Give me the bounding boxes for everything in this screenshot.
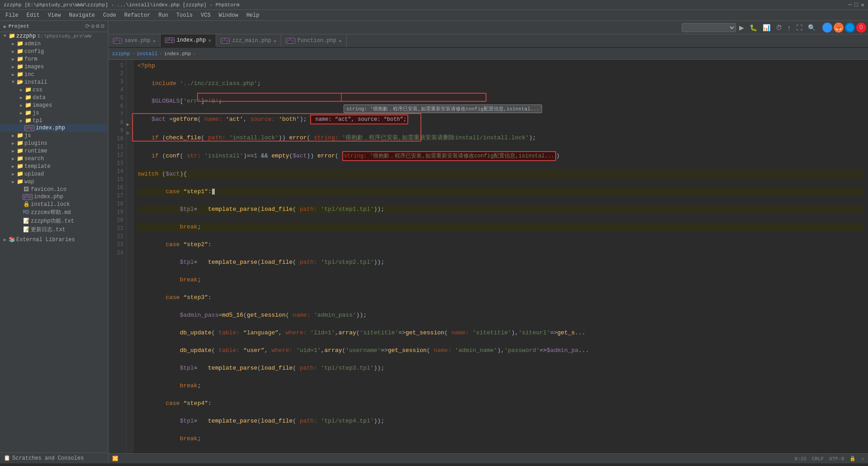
status-indent: 🔒: [849, 456, 856, 461]
tab-function-php-close[interactable]: ✕: [339, 38, 342, 44]
maximize-button[interactable]: □: [854, 1, 858, 9]
tree-root[interactable]: ▼ 📁 zzzphp E:\phpstudy_pro\WW: [0, 32, 108, 40]
tree-item-css[interactable]: ▶ 📁 css: [0, 86, 108, 94]
menu-window[interactable]: Window: [215, 11, 242, 19]
breadcrumb-install[interactable]: install: [137, 51, 157, 57]
tree-item-upload[interactable]: ▶ 📁 upload: [0, 170, 108, 178]
tab-function-php[interactable]: php function.php ✕: [281, 34, 346, 47]
tree-item-images[interactable]: ▶ 📁 images: [0, 63, 108, 71]
sidebar-header-icons: ⟳ ⚙ ⊞ ⊟: [85, 23, 104, 30]
admin-arrow: ▶: [10, 41, 16, 47]
images-label: images: [24, 64, 44, 70]
tab-zzz-main-php[interactable]: php zzz_main.php ✕: [216, 34, 281, 47]
tree-item-zzzphp-func[interactable]: ▶ 📝 zzzphp功能.txt: [0, 217, 108, 225]
zzzcms-icon: MD: [23, 209, 30, 216]
breadcrumb: zzzphp › install › index.php ›: [108, 48, 868, 60]
data-arrow: ▶: [18, 95, 24, 100]
favicon-icon: 🖼: [23, 186, 30, 193]
tree-item-update-log[interactable]: ▶ 📝 更新日志.txt: [0, 225, 108, 234]
update-log-label: 更新日志.txt: [31, 226, 66, 233]
run-button[interactable]: ▶: [737, 23, 746, 33]
expand-icon[interactable]: ⊞: [96, 23, 99, 30]
sync-icon[interactable]: ⟳: [85, 23, 90, 30]
tree-item-favicon[interactable]: ▶ 🖼 favicon.ico: [0, 185, 108, 193]
index-php-icon: php: [24, 125, 34, 131]
tree-item-template[interactable]: ▶ 📁 template: [0, 162, 108, 170]
fullscreen-button[interactable]: ⛶: [794, 23, 805, 33]
tab-index-php-close[interactable]: ✕: [208, 38, 211, 43]
firefox-icon[interactable]: 🦊: [834, 23, 844, 33]
menu-vcs[interactable]: VCS: [197, 11, 214, 19]
tab-save-php-close[interactable]: ✕: [153, 38, 156, 44]
tab-zzz-main-php-close[interactable]: ✕: [274, 38, 277, 44]
tree-item-tpl[interactable]: ▶ 📁 tpl: [0, 117, 108, 124]
tree-item-plugins[interactable]: ▶ 📁 plugins: [0, 139, 108, 147]
tree-item-images2[interactable]: ▶ 📁 images: [0, 101, 108, 109]
status-crlf[interactable]: CRLF: [812, 456, 824, 461]
profile-button[interactable]: ⏱: [774, 23, 784, 33]
menu-help[interactable]: Help: [243, 11, 263, 19]
breadcrumb-index-php[interactable]: index.php: [164, 51, 191, 57]
settings-icon[interactable]: ⚙: [91, 23, 95, 30]
menu-code[interactable]: Code: [99, 11, 120, 19]
css-folder-icon: 📁: [24, 86, 32, 93]
tree-item-data[interactable]: ▶ 📁 data: [0, 94, 108, 101]
code-content[interactable]: <?php include '../inc/zzz_class.php'; $G…: [134, 60, 868, 453]
tree-item-install-lock[interactable]: ▶ 🔒 install.lock: [0, 200, 108, 208]
menu-navigate[interactable]: Navigate: [65, 11, 99, 19]
tree-item-runtime[interactable]: ▶ 📁 runtime: [0, 147, 108, 155]
menu-tools[interactable]: Tools: [173, 11, 196, 19]
tree-item-index-root[interactable]: ▶ php index.php: [0, 193, 108, 200]
images2-label: images: [33, 102, 52, 109]
main-layout: ▶ Project ⟳ ⚙ ⊞ ⊟ ▼ 📁 zzzphp E:\phpstudy…: [0, 21, 868, 463]
tree-item-inc[interactable]: ▶ 📁 inc: [0, 71, 108, 78]
tree-item-js-sub[interactable]: ▶ 📁 js: [0, 109, 108, 117]
search-arrow: ▶: [10, 156, 16, 162]
tab-save-php[interactable]: php save.php ✕: [108, 34, 160, 47]
tree-item-form[interactable]: ▶ 📁 form: [0, 55, 108, 63]
tree-item-js[interactable]: ▶ 📁 js: [0, 132, 108, 139]
tree-item-wap[interactable]: ▶ 📁 wap: [0, 178, 108, 185]
menu-refactor[interactable]: Refactor: [121, 11, 154, 19]
images2-folder-icon: 📁: [24, 102, 32, 109]
sidebar-scratches[interactable]: 📋 Scratches and Consoles: [0, 452, 108, 463]
tree-item-config[interactable]: ▶ 📁 config: [0, 48, 108, 55]
inc-label: inc: [24, 71, 34, 78]
close-button[interactable]: ✕: [861, 1, 864, 9]
menu-run[interactable]: Run: [155, 11, 172, 19]
menu-file[interactable]: File: [2, 11, 22, 19]
form-label: form: [24, 56, 38, 62]
breadcrumb-zzzphp[interactable]: zzzphp: [112, 51, 130, 57]
search-everywhere-button[interactable]: 🔍: [806, 23, 818, 33]
coverage-button[interactable]: 📊: [760, 23, 773, 33]
inc-arrow: ▶: [10, 72, 16, 77]
tree-item-external-libs[interactable]: ▶ 📚 External Libraries: [0, 236, 108, 243]
admin-folder-icon: 📁: [16, 40, 24, 47]
titlebar-controls[interactable]: ─ □ ✕: [849, 1, 864, 9]
tree-item-search[interactable]: ▶ 📁 search: [0, 155, 108, 162]
tree-item-zzzcms[interactable]: ▶ MD zzzcms帮助.md: [0, 208, 108, 217]
chrome-icon[interactable]: 🌐: [822, 23, 832, 33]
inc-folder-icon: 📁: [16, 71, 24, 78]
tab-function-php-badge: php: [286, 38, 295, 43]
run-config-select[interactable]: [682, 23, 736, 32]
minimize-button[interactable]: ─: [849, 1, 852, 9]
template-folder-icon: 📁: [16, 163, 24, 170]
debug-button[interactable]: 🐛: [747, 23, 760, 33]
sidebar-tree: ▼ 📁 zzzphp E:\phpstudy_pro\WW ▶ 📁 admin …: [0, 32, 108, 452]
opera-icon[interactable]: O: [856, 23, 866, 33]
tree-item-admin[interactable]: ▶ 📁 admin: [0, 40, 108, 48]
js-arrow: ▶: [10, 133, 16, 138]
update-button[interactable]: ↑: [785, 23, 793, 33]
tab-zzz-main-php-badge: php: [221, 38, 230, 43]
menu-view[interactable]: View: [44, 11, 65, 19]
tree-item-index-php[interactable]: ▶ php index.php: [0, 124, 108, 132]
statusbar: 🔀 8:22 CRLF UTF-8 🔒 ⚠: [108, 453, 868, 463]
status-encoding[interactable]: UTF-8: [829, 456, 844, 461]
tab-index-php[interactable]: php index.php ✕: [160, 34, 216, 47]
collapse-icon[interactable]: ⊟: [101, 23, 104, 30]
menu-edit[interactable]: Edit: [23, 11, 43, 19]
edge-icon[interactable]: 🌐: [845, 23, 855, 33]
tree-item-install[interactable]: ▼ 📂 install: [0, 78, 108, 86]
tab-save-php-label: save.php: [124, 38, 151, 44]
